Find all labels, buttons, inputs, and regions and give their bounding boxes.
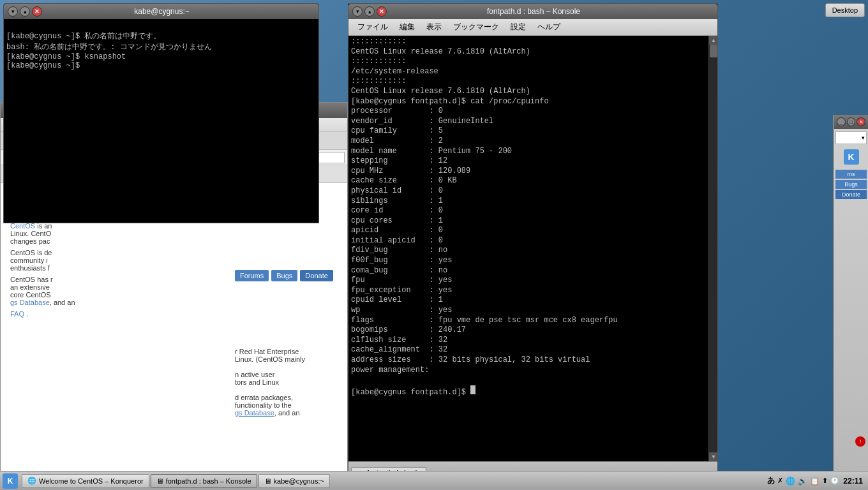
kde-panel-max[interactable]: □ (847, 117, 856, 126)
taskbar-app-kabe[interactable]: 🖥 kabe@cygnus:~ (258, 474, 330, 488)
taskbar-apps: 🌐 Welcome to CentOS – Konqueror 🖥 fontpa… (18, 474, 767, 488)
volume-icon[interactable]: 🔊 (798, 477, 807, 486)
konsole-scrollbar[interactable]: ▲ ▼ (708, 36, 717, 461)
konsole-titlebar[interactable]: ▾ ▴ ✕ fontpath.d : bash – Konsole (348, 4, 717, 19)
donate-button[interactable]: Donate (300, 270, 333, 281)
kabe-app-label: kabe@cygnus:~ (274, 477, 324, 485)
forums-button[interactable]: Forums (235, 270, 269, 281)
kde-right-panel: _ □ ✕ ▾ K ms Bugs Donate ! (833, 115, 868, 472)
taskbar-right: あ ✗ 🌐 🔊 📋 ⬆ 🕐 22:11 (767, 475, 868, 486)
x-icon[interactable]: ✗ (777, 477, 783, 485)
window-controls: ▾ ▴ ✕ (8, 6, 42, 17)
kde-logo-area: K (834, 147, 868, 167)
desktop-button[interactable]: Desktop (825, 3, 865, 17)
konq-para1: CentOS is an Linux. CentO changes pac (10, 222, 338, 245)
konsole-app-label: fontpath.d : bash – Konsole (166, 477, 251, 485)
konq-para4: FAQ . (10, 310, 338, 318)
terminal-kabe-title: kabe@cygnus:~ (42, 7, 281, 16)
konq-nav-buttons: Forums Bugs Donate (232, 267, 347, 284)
konsole-maximize-button[interactable]: ▴ (364, 6, 375, 17)
kde-nav-donate[interactable]: Donate (835, 190, 867, 199)
clock-icon[interactable]: 🕐 (830, 477, 839, 485)
terminal-kabe-content: [kabe@cygnus ~]$ 私の名前は中野です。 bash: 私の名前は中… (6, 32, 212, 70)
gs-database-link[interactable]: gs Database (10, 299, 50, 306)
close-button[interactable]: ✕ (32, 6, 42, 17)
konsole-menu-file[interactable]: ファイル (352, 20, 393, 34)
konsole-close-button[interactable]: ✕ (377, 6, 387, 17)
update-icon[interactable]: ⬆ (822, 477, 828, 485)
kde-nav-buttons: ms Bugs Donate (834, 167, 868, 202)
taskbar-app-konqueror[interactable]: 🌐 Welcome to CentOS – Konqueror (22, 474, 149, 488)
network-icon[interactable]: 🌐 (786, 477, 795, 486)
konsole-minimize-button[interactable]: ▾ (352, 6, 363, 17)
clipboard-icon[interactable]: 📋 (810, 477, 819, 486)
kde-logo-icon: K (844, 149, 859, 165)
kde-panel-close[interactable]: ✕ (857, 117, 865, 126)
terminal-kabe-window: ▾ ▴ ✕ kabe@cygnus:~ [kabe@cygnus ~]$ 私の名… (3, 3, 319, 223)
kde-nav-bugs[interactable]: Bugs (835, 180, 867, 189)
konq-app-label: Welcome to CentOS – Konqueror (39, 477, 144, 485)
konsole-menu-settings[interactable]: 設定 (505, 20, 531, 34)
bugs-db-link[interactable]: gs Database (235, 409, 274, 417)
faq-link[interactable]: FAQ (10, 310, 24, 318)
taskbar: K 🌐 Welcome to CentOS – Konqueror 🖥 font… (0, 471, 868, 490)
konsole-title: fontpath.d : bash – Konsole (387, 7, 680, 16)
minimize-button[interactable]: ▾ (8, 6, 18, 17)
konsole-terminal-body[interactable]: :::::::::::: CentOS Linux release 7.6.18… (348, 36, 708, 461)
konsole-menubar: ファイル 編集 表示 ブックマーク 設定 ヘルプ (348, 19, 717, 36)
taskbar-left: K (0, 473, 18, 489)
kabe-app-icon: 🖥 (264, 477, 271, 485)
scroll-down-button[interactable]: ▼ (709, 452, 718, 461)
terminal-kabe-titlebar[interactable]: ▾ ▴ ✕ kabe@cygnus:~ (4, 4, 318, 19)
konsole-menu-help[interactable]: ヘルプ (532, 20, 565, 34)
kde-nav-forums[interactable]: ms (835, 170, 867, 179)
kde-dropdown[interactable]: ▾ (835, 131, 867, 144)
konsole-app-icon: 🖥 (156, 477, 163, 485)
maximize-button[interactable]: ▴ (20, 6, 30, 17)
konq-app-icon: 🌐 (27, 477, 36, 485)
konsole-content-area: :::::::::::: CentOS Linux release 7.6.18… (348, 36, 717, 461)
konsole-window-controls: ▾ ▴ ✕ (352, 6, 387, 17)
terminal-kabe-body[interactable]: [kabe@cygnus ~]$ 私の名前は中野です。 bash: 私の名前は中… (4, 19, 318, 223)
kde-panel-titlebar: _ □ ✕ (834, 115, 868, 129)
bugs-button[interactable]: Bugs (271, 270, 297, 281)
scroll-up-button[interactable]: ▲ (709, 36, 718, 45)
desktop: Desktop ▾ ▴ ✕ kabe@cygnus:~ [kabe@cygnus… (0, 0, 868, 490)
taskbar-tray: あ ✗ 🌐 🔊 📋 ⬆ 🕐 (767, 475, 839, 486)
konsole-menu-bookmarks[interactable]: ブックマーク (448, 20, 504, 34)
taskbar-app-konsole[interactable]: 🖥 fontpath.d : bash – Konsole (151, 474, 257, 488)
scroll-track[interactable] (709, 45, 717, 452)
desktop-label: Desktop (832, 6, 858, 14)
red-indicator-icon: ! (855, 436, 865, 447)
konq-right-text: r Red Hat Enterprise Linux. (CentOS main… (232, 345, 347, 419)
konsole-menu-edit[interactable]: 編集 (394, 20, 420, 34)
scroll-thumb[interactable] (710, 45, 717, 57)
konsole-window: ▾ ▴ ✕ fontpath.d : bash – Konsole ファイル 編… (348, 3, 718, 479)
konsole-output: :::::::::::: CentOS Linux release 7.6.18… (351, 37, 698, 397)
kde-start-button[interactable]: K (3, 473, 18, 489)
taskbar-time: 22:11 (843, 477, 863, 486)
konsole-menu-view[interactable]: 表示 (421, 20, 447, 34)
kde-panel-min[interactable]: _ (837, 117, 846, 126)
ime-indicator[interactable]: あ (767, 475, 775, 486)
konqueror-content: Forums Bugs Donate Welco The Co CentOS i… (1, 183, 347, 471)
dropdown-arrow-icon: ▾ (862, 135, 865, 141)
